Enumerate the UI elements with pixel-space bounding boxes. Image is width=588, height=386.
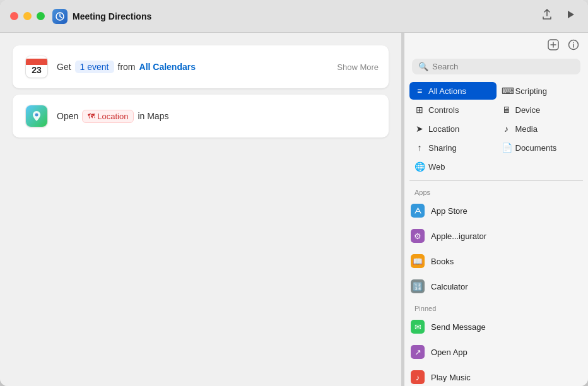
category-sharing[interactable]: ↑ Sharing	[409, 139, 497, 156]
action-text-open-maps: Open 🗺 Location in Maps	[57, 110, 168, 123]
calculator-label: Calculator	[431, 282, 468, 291]
web-label: Web	[428, 162, 445, 172]
main-content: 23 Get 1 event from All Calendars Show M…	[0, 33, 588, 386]
category-documents[interactable]: 📄 Documents	[497, 139, 584, 156]
apps-section-label: Apps	[404, 184, 588, 199]
right-panel: 🔍 ≡ All Actions ⌨ Scripting ⊞ Controls	[404, 33, 588, 386]
documents-icon: 📄	[502, 143, 512, 153]
search-icon: 🔍	[418, 62, 428, 71]
svg-marker-1	[568, 11, 574, 18]
media-icon: ♪	[502, 124, 512, 134]
category-scripting[interactable]: ⌨ Scripting	[497, 82, 584, 100]
category-controls[interactable]: ⊞ Controls	[409, 101, 497, 119]
app-store-label: App Store	[431, 206, 467, 216]
media-label: Media	[515, 124, 538, 134]
list-item-apple-configurator[interactable]: ⚙ Apple...igurator	[404, 224, 588, 248]
category-device[interactable]: 🖥 Device	[497, 101, 584, 119]
svg-point-2	[35, 114, 38, 117]
all-actions-label: All Actions	[428, 86, 466, 96]
open-label: Open	[57, 111, 78, 121]
controls-label: Controls	[428, 105, 459, 115]
play-music-label: Play Music	[431, 373, 471, 382]
in-maps-label: in Maps	[138, 111, 168, 121]
category-all-actions[interactable]: ≡ All Actions	[409, 82, 497, 100]
share-button[interactable]	[541, 9, 553, 23]
list-item-open-app[interactable]: ↗ Open App	[404, 340, 588, 364]
action-card-get-event[interactable]: 23 Get 1 event from All Calendars Show M…	[13, 45, 389, 88]
action-text-get-event: Get 1 event from All Calendars	[57, 61, 196, 73]
list-item-calculator[interactable]: 🔢 Calculator	[404, 274, 588, 298]
separator-1	[409, 180, 583, 181]
panel-header	[404, 33, 588, 54]
location-label: Location	[428, 124, 459, 134]
calendar-name-tag[interactable]: All Calendars	[139, 62, 196, 72]
window-title: Meeting Directions	[73, 11, 151, 21]
svg-point-5	[573, 42, 574, 44]
send-message-icon: ✉	[411, 320, 425, 334]
all-actions-icon: ≡	[415, 86, 425, 96]
send-message-label: Send Message	[431, 322, 486, 332]
scripting-icon: ⌨	[502, 86, 512, 96]
web-icon: 🌐	[415, 161, 425, 172]
app-icon	[52, 9, 68, 24]
categories-grid: ≡ All Actions ⌨ Scripting ⊞ Controls 🖥 D…	[404, 79, 588, 178]
titlebar: Meeting Directions	[0, 0, 588, 33]
sharing-icon: ↑	[415, 143, 425, 153]
action-card-open-maps[interactable]: Open 🗺 Location in Maps	[13, 95, 389, 137]
list-item-books[interactable]: 📖 Books	[404, 249, 588, 273]
traffic-lights	[10, 12, 45, 20]
location-chip[interactable]: 🗺 Location	[82, 110, 134, 123]
main-window: Meeting Directions 23	[0, 0, 588, 386]
calculator-icon: 🔢	[411, 279, 425, 293]
add-action-button[interactable]	[548, 39, 559, 54]
search-input[interactable]	[432, 62, 574, 71]
apple-configurator-label: Apple...igurator	[431, 231, 486, 241]
close-button[interactable]	[10, 12, 18, 20]
device-label: Device	[515, 105, 541, 115]
sharing-label: Sharing	[428, 143, 457, 153]
list-item-send-message[interactable]: ✉ Send Message	[404, 315, 588, 339]
minimize-button[interactable]	[23, 12, 32, 20]
app-store-icon	[411, 204, 425, 218]
maximize-button[interactable]	[37, 12, 45, 20]
event-count-tag[interactable]: 1 event	[75, 61, 114, 73]
pinned-section-label: Pinned	[404, 300, 588, 315]
open-app-label: Open App	[431, 348, 467, 357]
panel-scroll[interactable]: Apps App Store ⚙ Apple...igurator 📖 Book…	[404, 184, 588, 386]
from-label: from	[118, 62, 136, 72]
search-bar[interactable]: 🔍	[412, 59, 580, 74]
titlebar-actions	[541, 9, 575, 23]
category-media[interactable]: ♪ Media	[497, 120, 584, 137]
location-icon: ➤	[415, 124, 425, 134]
get-label: Get	[57, 62, 71, 72]
documents-label: Documents	[515, 143, 557, 153]
books-icon: 📖	[411, 254, 425, 268]
apple-configurator-icon: ⚙	[411, 229, 425, 243]
category-web[interactable]: 🌐 Web	[409, 158, 497, 175]
workflow-area: 23 Get 1 event from All Calendars Show M…	[0, 33, 401, 386]
maps-icon	[25, 105, 48, 127]
run-button[interactable]	[565, 9, 575, 23]
play-music-icon: ♪	[411, 370, 425, 384]
category-location[interactable]: ➤ Location	[409, 120, 497, 137]
open-app-icon: ↗	[411, 345, 425, 359]
controls-icon: ⊞	[415, 105, 425, 115]
books-label: Books	[431, 257, 454, 266]
list-item-play-music[interactable]: ♪ Play Music	[404, 365, 588, 386]
calendar-icon: 23	[25, 56, 48, 78]
info-button[interactable]	[568, 39, 579, 54]
device-icon: 🖥	[502, 105, 512, 115]
show-more-button[interactable]: Show More	[337, 62, 379, 72]
list-item-app-store[interactable]: App Store	[404, 199, 588, 223]
scripting-label-cat: Scripting	[515, 86, 548, 96]
